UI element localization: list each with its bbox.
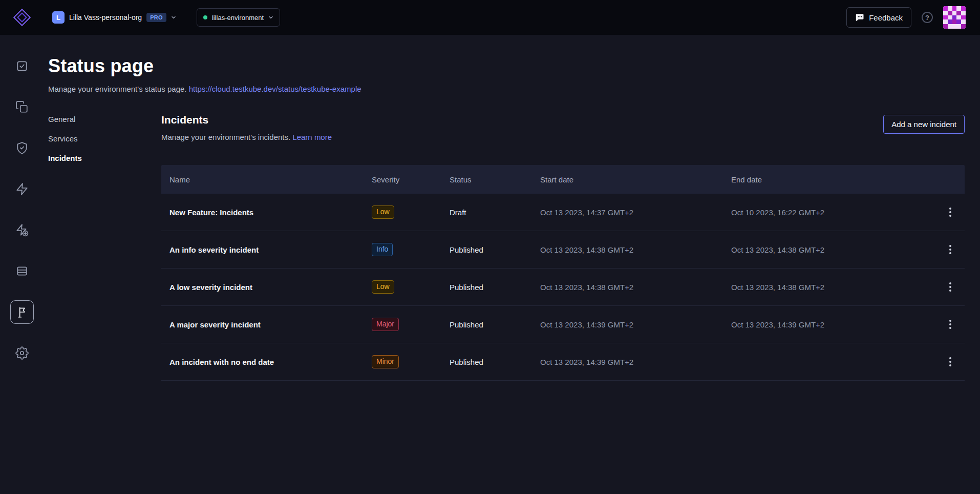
chevron-down-icon	[171, 15, 176, 20]
tests-icon	[15, 59, 29, 73]
incident-status: Published	[450, 358, 540, 366]
learn-more-link[interactable]: Learn more	[292, 133, 332, 141]
sidebar-item-tests[interactable]	[14, 58, 30, 74]
topbar-left: L Lilla Vass-personal-org PRO lillas-env…	[12, 8, 280, 27]
topbar: L Lilla Vass-personal-org PRO lillas-env…	[0, 0, 980, 35]
table-row: New Feature: Incidents Low Draft Oct 13 …	[161, 194, 965, 231]
lightning-icon	[15, 182, 29, 196]
incident-start-date: Oct 13 2023, 14:39 GMT+2	[540, 358, 731, 366]
status-page-settings-nav: General Services Incidents	[48, 114, 161, 381]
row-actions-kebab-icon[interactable]	[944, 353, 956, 370]
incident-name: A low severity incident	[169, 283, 372, 292]
sidebar-item-webhooks[interactable]	[14, 140, 30, 156]
incident-start-date: Oct 13 2023, 14:39 GMT+2	[540, 320, 731, 329]
incident-status: Published	[450, 283, 540, 292]
row-actions-kebab-icon[interactable]	[944, 241, 956, 258]
main-content: Status page Manage your environment's st…	[44, 35, 980, 494]
nav-item-services[interactable]: Services	[48, 134, 161, 143]
incidents-description: Manage your environment's incidents. Lea…	[161, 133, 332, 141]
chevron-down-icon	[268, 15, 273, 20]
severity-badge: Info	[372, 243, 393, 256]
incidents-table: Name Severity Status Start date End date…	[161, 165, 965, 381]
sidebar-item-test-suites[interactable]	[14, 99, 30, 115]
shield-check-icon	[15, 141, 29, 155]
column-header-severity: Severity	[372, 175, 450, 184]
status-page-url-link[interactable]: https://cloud.testkube.dev/status/testku…	[189, 85, 361, 93]
table-row: An info severity incident Info Published…	[161, 231, 965, 269]
row-actions-kebab-icon[interactable]	[944, 278, 956, 296]
severity-badge: Minor	[372, 355, 399, 368]
environment-status-dot	[203, 15, 207, 19]
page-subtitle-text: Manage your environment's status page.	[48, 85, 187, 93]
table-row: A low severity incident Low Published Oc…	[161, 269, 965, 306]
incident-status: Published	[450, 245, 540, 254]
incident-start-date: Oct 13 2023, 14:38 GMT+2	[540, 283, 731, 292]
sidebar	[0, 35, 44, 494]
page-subtitle: Manage your environment's status page. h…	[48, 85, 965, 93]
incidents-heading: Incidents	[161, 114, 332, 126]
incident-end-date: Oct 13 2023, 14:39 GMT+2	[731, 320, 911, 329]
sidebar-item-settings[interactable]	[14, 345, 30, 361]
list-icon	[15, 264, 29, 278]
feedback-button[interactable]: Feedback	[846, 7, 911, 28]
incident-end-date: Oct 10 2023, 16:22 GMT+2	[731, 208, 911, 217]
incidents-description-text: Manage your environment's incidents.	[161, 133, 290, 141]
table-row: An incident with no end date Minor Publi…	[161, 343, 965, 381]
status-page-flag-icon	[15, 305, 29, 319]
incident-start-date: Oct 13 2023, 14:38 GMT+2	[540, 245, 731, 254]
severity-badge: Major	[372, 318, 399, 331]
help-icon[interactable]: ?	[922, 12, 933, 23]
column-header-name: Name	[169, 175, 372, 184]
severity-badge: Low	[372, 205, 394, 219]
help-label: ?	[925, 14, 929, 22]
testkube-logo-icon[interactable]	[12, 8, 32, 27]
severity-badge: Low	[372, 280, 394, 294]
incident-name: An info severity incident	[169, 245, 372, 254]
org-selector[interactable]: L Lilla Vass-personal-org PRO	[52, 11, 176, 24]
incident-end-date: Oct 13 2023, 14:38 GMT+2	[731, 245, 911, 254]
plan-badge: PRO	[146, 13, 166, 22]
lightning-plus-icon	[15, 223, 29, 237]
chat-bubble-icon	[855, 13, 864, 22]
nav-item-general[interactable]: General	[48, 115, 161, 123]
sidebar-item-triggers[interactable]	[14, 181, 30, 197]
column-header-start-date: Start date	[540, 175, 731, 184]
incident-name: New Feature: Incidents	[169, 208, 372, 217]
incident-name: An incident with no end date	[169, 358, 372, 366]
incident-start-date: Oct 13 2023, 14:37 GMT+2	[540, 208, 731, 217]
column-header-end-date: End date	[731, 175, 911, 184]
table-header-row: Name Severity Status Start date End date	[161, 165, 965, 194]
gear-icon	[15, 346, 29, 360]
incidents-header-text: Incidents Manage your environment's inci…	[161, 114, 332, 141]
page-title: Status page	[48, 55, 965, 77]
table-row: A major severity incident Major Publishe…	[161, 306, 965, 343]
org-avatar: L	[52, 11, 65, 24]
sidebar-item-executors[interactable]	[14, 222, 30, 238]
sidebar-item-sources[interactable]	[14, 263, 30, 279]
row-actions-kebab-icon[interactable]	[944, 203, 956, 221]
topbar-right: Feedback ?	[846, 6, 966, 29]
add-incident-button[interactable]: Add a new incident	[883, 115, 965, 134]
column-header-status: Status	[450, 175, 540, 184]
test-suites-icon	[15, 100, 29, 114]
environment-selector[interactable]: lillas-environment	[197, 8, 280, 27]
incident-name: A major severity incident	[169, 320, 372, 329]
user-avatar[interactable]	[943, 6, 966, 29]
incidents-section: Incidents Manage your environment's inci…	[161, 114, 965, 381]
incident-status: Published	[450, 320, 540, 329]
environment-name: lillas-environment	[212, 14, 264, 22]
org-name: Lilla Vass-personal-org	[69, 13, 142, 22]
row-actions-kebab-icon[interactable]	[944, 316, 956, 333]
incident-status: Draft	[450, 208, 540, 217]
feedback-label: Feedback	[869, 13, 903, 22]
sidebar-item-status-pages[interactable]	[10, 300, 34, 324]
incident-end-date: Oct 13 2023, 14:38 GMT+2	[731, 283, 911, 292]
nav-item-incidents[interactable]: Incidents	[48, 154, 161, 162]
